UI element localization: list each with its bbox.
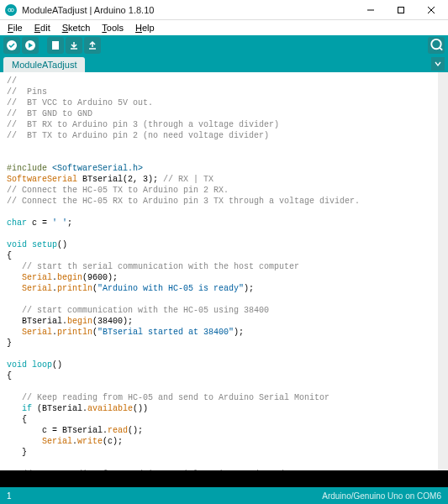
code-token: ); (244, 284, 254, 293)
code-token (7, 273, 22, 282)
code-token: // RX | TX (163, 175, 213, 184)
status-board: Arduino/Genuino Uno on COM6 (322, 491, 441, 501)
code-token: ; (67, 218, 72, 228)
code-token: "Arduino with HC-05 is ready" (98, 284, 244, 293)
code-token: "BTserial started at 38400" (98, 328, 234, 337)
arduino-app-icon (5, 4, 17, 16)
tab-dropdown-button[interactable] (431, 57, 445, 71)
statusbar: 1 Arduino/Genuino Uno on COM6 (0, 487, 448, 504)
code-line: { (7, 251, 12, 260)
code-token: available (87, 404, 133, 413)
code-editor[interactable]: // // Pins // BT VCC to Arduino 5V out. … (0, 72, 448, 470)
code-token: begin (67, 317, 92, 326)
code-token: <SoftwareSerial.h> (52, 164, 143, 173)
code-token: Serial (42, 437, 72, 446)
code-line: // start communication with the HC-05 us… (7, 306, 269, 315)
code-line: // BT VCC to Arduino 5V out. (7, 98, 153, 108)
code-line: // BT RX to Arduino pin 3 (through a vol… (7, 120, 279, 129)
code-line: // Pins (7, 87, 47, 97)
menu-file[interactable]: FFileile (2, 21, 29, 34)
code-token: (BTserial. (32, 404, 87, 413)
code-token: (c); (103, 437, 123, 446)
verify-button[interactable] (3, 37, 20, 54)
code-token: #include (7, 164, 52, 173)
console-output (0, 470, 448, 487)
open-button[interactable] (66, 37, 82, 54)
new-button[interactable] (47, 37, 64, 54)
code-token: Serial (22, 273, 52, 282)
code-token: SoftwareSerial (7, 175, 77, 184)
menubar: FFileile Edit Sketch Tools Help (0, 20, 448, 35)
code-line: // Connect the HC-05 RX to Arduino pin 3… (7, 197, 360, 206)
code-token (7, 284, 22, 293)
code-token: ' ' (52, 218, 67, 228)
code-token: setup (32, 240, 57, 249)
code-token: void (7, 240, 27, 249)
code-token: println (57, 284, 92, 293)
code-token: () (57, 240, 67, 249)
code-token: BTserial(2, 3); (77, 175, 163, 184)
code-line: // (7, 76, 17, 86)
tab-bar: ModuleATadjust (0, 55, 448, 72)
status-line-number: 1 (7, 491, 12, 501)
code-token: (38400); (92, 317, 133, 326)
code-token: ); (234, 328, 244, 337)
code-line: // Keep reading from Arduino Serial Moni… (7, 470, 329, 470)
code-line: // Connect the HC-05 TX to Arduino pin 2… (7, 186, 229, 195)
code-token: c = (27, 218, 52, 228)
code-token (7, 404, 22, 413)
code-token: if (22, 404, 32, 413)
code-line: // start th serial communication with th… (7, 262, 299, 271)
maximize-button[interactable] (386, 0, 416, 20)
code-token: ()) (133, 404, 148, 413)
code-token: c = BTserial. (7, 426, 108, 435)
upload-button[interactable] (22, 37, 39, 54)
menu-sketch[interactable]: Sketch (56, 21, 97, 34)
code-token: (); (128, 426, 143, 435)
code-line: // BT GND to GND (7, 109, 92, 118)
code-token: char (7, 218, 27, 228)
save-button[interactable] (84, 37, 101, 54)
svg-point-11 (431, 39, 440, 49)
window-title: ModuleATadjust | Arduino 1.8.10 (22, 5, 356, 15)
svg-line-12 (440, 48, 442, 50)
code-token: println (57, 328, 92, 337)
svg-rect-8 (52, 41, 59, 50)
menu-edit[interactable]: Edit (29, 21, 56, 34)
menu-help[interactable]: Help (129, 21, 161, 34)
menu-tools[interactable]: Tools (96, 21, 129, 34)
code-token: (9600); (82, 273, 118, 282)
code-token: Serial (22, 284, 52, 293)
window-controls (356, 0, 446, 20)
code-token: write (77, 437, 103, 446)
minimize-button[interactable] (356, 0, 386, 20)
svg-rect-3 (398, 7, 404, 13)
code-token: Serial (22, 328, 52, 337)
code-token: void (7, 360, 27, 370)
code-token: loop (32, 360, 52, 370)
tab-sketch[interactable]: ModuleATadjust (3, 57, 85, 72)
code-token: read (108, 426, 128, 435)
code-line: } (7, 448, 27, 457)
code-line: // Keep reading from HC-05 and send to A… (7, 393, 329, 402)
code-token (7, 437, 42, 446)
code-line: { (7, 371, 12, 381)
titlebar: ModuleATadjust | Arduino 1.8.10 (0, 0, 448, 20)
code-token: BTserial. (7, 317, 67, 326)
code-token (7, 328, 22, 337)
toolbar (0, 35, 448, 55)
serial-monitor-button[interactable] (428, 37, 445, 54)
code-line: // BT TX to Arduino pin 2 (no need volta… (7, 131, 269, 140)
code-token: begin (57, 273, 82, 282)
code-line: } (7, 339, 12, 348)
code-line: { (7, 415, 27, 424)
code-token: () (52, 360, 62, 370)
close-button[interactable] (416, 0, 446, 20)
